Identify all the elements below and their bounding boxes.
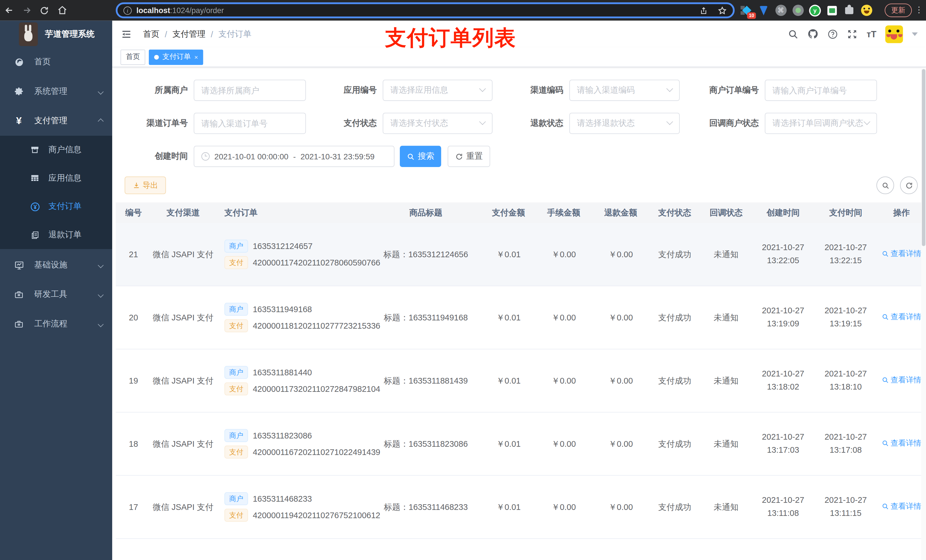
forward-icon[interactable]	[18, 2, 35, 19]
cell-create-time: 2021-10-2713:11:08	[752, 494, 814, 520]
emoji-extension-icon[interactable]	[861, 5, 872, 16]
show-search-button[interactable]	[876, 177, 894, 194]
fullscreen-icon[interactable]	[847, 29, 858, 39]
sidebar-fold-icon[interactable]	[121, 28, 132, 40]
cell-amount: ￥0.01	[482, 248, 535, 261]
cell-refund: ￥0.00	[592, 438, 649, 450]
address-bar[interactable]: i localhost:1024/pay/order	[116, 2, 735, 18]
cell-fee: ￥0.00	[535, 248, 592, 261]
browser-update-button[interactable]: 更新	[885, 3, 912, 17]
notify-status-select[interactable]: 请选择订单回调商户状态	[765, 113, 877, 134]
app-logo-row[interactable]: 芋道管理系统	[0, 21, 112, 47]
sidebar-item-infrastructure[interactable]: 基础设施	[0, 250, 112, 280]
filter-label: 应用编号	[324, 85, 377, 96]
gem-extension-icon[interactable]	[758, 5, 769, 16]
font-size-icon[interactable]: тT	[867, 29, 876, 39]
cell-refund: ￥0.00	[592, 374, 649, 387]
sidebar-item-merchant-info[interactable]: 商户信息	[0, 136, 112, 164]
merchant-order-no-field[interactable]	[773, 86, 869, 95]
table-row[interactable]: 19 微信 JSAPI 支付 商户1635311881440 支付4200001…	[116, 349, 926, 413]
sidebar-item-home[interactable]: 首页	[0, 47, 112, 77]
merchant-order-no: 1635312124657	[253, 240, 313, 252]
channel-order-no-field[interactable]	[201, 119, 298, 128]
create-time-range-picker[interactable]: 2021-10-01 00:00:00 - 2021-10-31 23:59:5…	[194, 146, 394, 167]
breadcrumb-home[interactable]: 首页	[143, 29, 159, 39]
github-icon[interactable]	[808, 29, 819, 39]
help-icon[interactable]	[828, 29, 838, 39]
pay-status-select[interactable]: 请选择支付状态	[383, 113, 493, 134]
payment-submenu: 商户信息 应用信息 支付订单 退款订单	[0, 136, 112, 249]
merchant-input-field[interactable]	[201, 86, 298, 95]
filter-label: 创建时间	[117, 151, 188, 162]
search-button-label: 搜索	[418, 151, 434, 162]
cell-pay-order: 商户1635311881440 支付4200001173202110272847…	[215, 362, 369, 399]
table-row-partial[interactable]: 商户1635311251726	[116, 539, 926, 560]
sidebar-item-workflow[interactable]: 工作流程	[0, 309, 112, 339]
close-tab-icon[interactable]: ×	[194, 53, 198, 60]
sketch-extension-icon[interactable]: 10	[741, 5, 752, 16]
refund-status-select[interactable]: 请选择退款状态	[569, 113, 680, 134]
sidebar-item-pay-order[interactable]: 支付订单	[0, 192, 112, 221]
merchant-tag: 商户	[224, 303, 248, 316]
channel-code-select[interactable]: 请输入渠道编码	[569, 80, 680, 101]
page: i localhost:1024/pay/order 10 ⌘ y	[0, 0, 926, 560]
search-button[interactable]: 搜索	[400, 146, 441, 167]
user-avatar[interactable]	[885, 25, 903, 43]
col-header-refund: 退款金额	[592, 207, 649, 219]
cell-create-time: 2021-10-2713:18:02	[752, 368, 814, 394]
dot-extension-icon[interactable]	[792, 5, 803, 16]
breadcrumb-payment[interactable]: 支付管理	[172, 29, 205, 39]
channel-order-no-input[interactable]	[194, 113, 306, 134]
avatar-caret-icon[interactable]	[912, 32, 918, 36]
merchant-tag: 商户	[224, 492, 248, 506]
cell-id: 21	[116, 248, 151, 261]
cell-fee: ￥0.00	[535, 438, 592, 450]
page-scrollbar[interactable]	[921, 68, 926, 560]
share-icon[interactable]	[699, 6, 708, 15]
reset-button[interactable]: 重置	[448, 146, 490, 167]
document-icon	[29, 231, 42, 239]
tab-home[interactable]: 首页	[121, 49, 145, 65]
cell-create-time: 2021-10-2713:17:03	[752, 431, 814, 457]
puzzle-extension-icon[interactable]	[843, 5, 855, 16]
cell-pay-status: 支付成功	[649, 248, 700, 261]
table-row[interactable]: 17 微信 JSAPI 支付 商户1635311468233 支付4200001…	[116, 476, 926, 539]
reload-icon[interactable]	[35, 2, 53, 19]
view-detail-link[interactable]: 查看详情	[882, 311, 921, 322]
sidebar-item-system[interactable]: 系统管理	[0, 77, 112, 106]
sidebar-item-refund-order[interactable]: 退款订单	[0, 221, 112, 249]
tab-pay-order[interactable]: 支付订单 ×	[149, 49, 204, 65]
table-row[interactable]: 18 微信 JSAPI 支付 商户1635311823086 支付4200001…	[116, 413, 926, 476]
sidebar-item-app-info[interactable]: 应用信息	[0, 164, 112, 193]
search-icon[interactable]	[788, 29, 799, 39]
browser-menu-icon[interactable]: ⋮	[915, 5, 923, 14]
cell-actions: 查看详情	[877, 311, 926, 324]
table-row[interactable]: 20 微信 JSAPI 支付 商户1635311949168 支付4200001…	[116, 286, 926, 349]
view-detail-link[interactable]: 查看详情	[882, 501, 921, 512]
app-select[interactable]: 请选择应用信息	[383, 80, 493, 101]
chat-extension-icon[interactable]	[826, 5, 838, 16]
table-row[interactable]: 21 微信 JSAPI 支付 商户1635312124657 支付4200001…	[116, 223, 926, 286]
sidebar-item-payment[interactable]: ¥ 支付管理	[0, 106, 112, 136]
sidebar-item-dev-tools[interactable]: 研发工具	[0, 280, 112, 309]
bookmark-star-icon[interactable]	[717, 6, 727, 15]
merchant-order-no-input[interactable]	[765, 80, 877, 101]
merchant-input[interactable]	[194, 80, 306, 101]
cell-channel: 微信 JSAPI 支付	[151, 248, 215, 261]
home-icon[interactable]	[53, 2, 71, 19]
site-info-icon[interactable]: i	[123, 6, 132, 15]
refresh-table-button[interactable]	[900, 177, 918, 194]
chevron-down-icon	[98, 292, 104, 297]
cell-pay-order: 商户1635312124657 支付4200001174202110278060…	[215, 236, 369, 273]
view-detail-link[interactable]: 查看详情	[882, 437, 921, 449]
back-icon[interactable]	[0, 2, 18, 19]
view-detail-link[interactable]: 查看详情	[882, 374, 921, 386]
cell-amount: ￥0.01	[482, 374, 535, 387]
command-extension-icon[interactable]: ⌘	[775, 5, 787, 16]
tags-view-bar: 首页 支付订单 ×	[112, 47, 926, 68]
y-extension-icon[interactable]: y	[809, 5, 821, 16]
sidebar-item-label: 退款订单	[48, 229, 82, 240]
view-detail-link[interactable]: 查看详情	[882, 248, 921, 259]
export-button[interactable]: 导出	[125, 177, 166, 194]
cell-refund: ￥0.00	[592, 501, 649, 513]
